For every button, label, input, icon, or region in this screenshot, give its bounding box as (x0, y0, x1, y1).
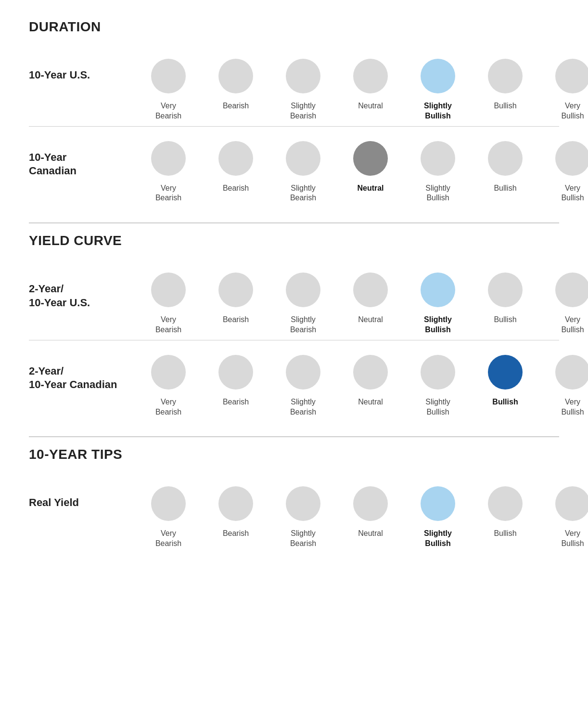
section-title-tips: 10-YEAR TIPS (29, 447, 559, 462)
circle-cell-2yr-10yr-canadian-2 (269, 355, 337, 390)
label-cell-10yr-us-6: VeryBullish (539, 101, 588, 121)
label-cell-2yr-10yr-us-5: Bullish (472, 315, 539, 335)
circle-cell-2yr-10yr-canadian-5 (472, 355, 539, 390)
label-cell-2yr-10yr-us-2: SlightlyBearish (269, 315, 337, 335)
circle-cell-10yr-us-0 (135, 59, 202, 93)
circle-cell-10yr-us-4 (404, 59, 472, 93)
circle-cell-10yr-us-3 (337, 59, 404, 93)
circle-2yr-10yr-us-1 (218, 273, 253, 307)
circle-2yr-10yr-us-6 (555, 273, 588, 307)
circles-row-2yr-10yr-us (135, 273, 588, 307)
circle-cell-2yr-10yr-canadian-1 (202, 355, 269, 390)
row-2yr-10yr-canadian: 2-Year/10-Year CanadianVeryBearishBearis… (29, 345, 559, 422)
circle-cell-real-yield-2 (269, 486, 337, 521)
circle-real-yield-6 (555, 486, 588, 521)
labels-row-2yr-10yr-us: VeryBearishBearishSlightlyBearishNeutral… (135, 315, 588, 335)
circle-2yr-10yr-us-3 (353, 273, 388, 307)
circle-10yr-canadian-0 (151, 141, 186, 176)
label-cell-10yr-canadian-4: SlightlyBullish (404, 183, 472, 204)
label-cell-2yr-10yr-canadian-0: VeryBearish (135, 397, 202, 417)
circle-cell-2yr-10yr-canadian-0 (135, 355, 202, 390)
label-cell-2yr-10yr-us-6: VeryBullish (539, 315, 588, 335)
page-container: const data = JSON.parse(document.getElem… (29, 19, 559, 554)
circle-10yr-us-0 (151, 59, 186, 93)
label-cell-10yr-us-0: VeryBearish (135, 101, 202, 121)
circle-real-yield-0 (151, 486, 186, 521)
label-cell-real-yield-5: Bullish (472, 529, 539, 549)
circle-cell-2yr-10yr-us-3 (337, 273, 404, 307)
circle-cell-real-yield-6 (539, 486, 588, 521)
row-label-real-yield: Real Yield (29, 486, 135, 510)
label-cell-real-yield-4: SlightlyBullish (404, 529, 472, 549)
row-10yr-us: 10-Year U.S.VeryBearishBearishSlightlyBe… (29, 49, 559, 127)
row-10yr-canadian: 10-YearCanadianVeryBearishBearishSlightl… (29, 131, 559, 208)
circle-10yr-canadian-6 (555, 141, 588, 176)
circle-2yr-10yr-us-2 (286, 273, 320, 307)
circle-cell-2yr-10yr-us-2 (269, 273, 337, 307)
circle-cell-2yr-10yr-canadian-6 (539, 355, 588, 390)
label-cell-10yr-canadian-5: Bullish (472, 183, 539, 204)
label-cell-10yr-canadian-6: VeryBullish (539, 183, 588, 204)
circle-10yr-canadian-2 (286, 141, 320, 176)
row-real-yield: Real YieldVeryBearishBearishSlightlyBear… (29, 477, 559, 554)
row-label-2yr-10yr-canadian: 2-Year/10-Year Canadian (29, 355, 135, 392)
circle-cell-2yr-10yr-canadian-3 (337, 355, 404, 390)
section-title-yield-curve: YIELD CURVE (29, 233, 559, 248)
circle-real-yield-4 (421, 486, 455, 521)
circle-real-yield-5 (488, 486, 523, 521)
circle-cell-2yr-10yr-us-4 (404, 273, 472, 307)
label-cell-10yr-us-1: Bearish (202, 101, 269, 121)
label-cell-2yr-10yr-canadian-3: Neutral (337, 397, 404, 417)
label-cell-10yr-us-2: SlightlyBearish (269, 101, 337, 121)
circle-cell-10yr-canadian-6 (539, 141, 588, 176)
circle-cell-10yr-us-5 (472, 59, 539, 93)
circle-2yr-10yr-canadian-3 (353, 355, 388, 390)
circle-cell-10yr-us-2 (269, 59, 337, 93)
circle-cell-2yr-10yr-canadian-4 (404, 355, 472, 390)
section-yield-curve: YIELD CURVE2-Year/10-Year U.S.VeryBearis… (29, 233, 559, 422)
circle-cell-real-yield-1 (202, 486, 269, 521)
label-cell-2yr-10yr-us-4: SlightlyBullish (404, 315, 472, 335)
row-2yr-10yr-us: 2-Year/10-Year U.S.VeryBearishBearishSli… (29, 263, 559, 340)
circle-real-yield-1 (218, 486, 253, 521)
circle-10yr-us-4 (421, 59, 455, 93)
circle-2yr-10yr-canadian-2 (286, 355, 320, 390)
label-cell-10yr-canadian-1: Bearish (202, 183, 269, 204)
circle-cell-real-yield-5 (472, 486, 539, 521)
section-duration: DURATION10-Year U.S.VeryBearishBearishSl… (29, 19, 559, 208)
section-title-duration: DURATION (29, 19, 559, 35)
circle-2yr-10yr-canadian-6 (555, 355, 588, 390)
circle-10yr-canadian-5 (488, 141, 523, 176)
circle-cell-2yr-10yr-us-0 (135, 273, 202, 307)
label-cell-2yr-10yr-canadian-5: Bullish (472, 397, 539, 417)
label-cell-2yr-10yr-canadian-1: Bearish (202, 397, 269, 417)
circle-cell-10yr-canadian-2 (269, 141, 337, 176)
label-cell-10yr-us-5: Bullish (472, 101, 539, 121)
label-cell-2yr-10yr-us-3: Neutral (337, 315, 404, 335)
circle-10yr-us-1 (218, 59, 253, 93)
circle-cell-10yr-us-6 (539, 59, 588, 93)
section-divider-0 (29, 222, 559, 223)
labels-row-real-yield: VeryBearishBearishSlightlyBearishNeutral… (135, 529, 588, 549)
circle-real-yield-3 (353, 486, 388, 521)
circle-cell-2yr-10yr-us-6 (539, 273, 588, 307)
labels-row-2yr-10yr-canadian: VeryBearishBearishSlightlyBearishNeutral… (135, 397, 588, 417)
circle-2yr-10yr-us-5 (488, 273, 523, 307)
circle-cell-10yr-canadian-1 (202, 141, 269, 176)
circle-cell-2yr-10yr-us-5 (472, 273, 539, 307)
label-cell-real-yield-3: Neutral (337, 529, 404, 549)
section-divider-1 (29, 436, 559, 437)
circle-10yr-us-6 (555, 59, 588, 93)
label-cell-real-yield-1: Bearish (202, 529, 269, 549)
label-cell-2yr-10yr-canadian-2: SlightlyBearish (269, 397, 337, 417)
labels-row-10yr-us: VeryBearishBearishSlightlyBearishNeutral… (135, 101, 588, 121)
circle-cell-10yr-canadian-4 (404, 141, 472, 176)
circles-row-10yr-us (135, 59, 588, 93)
label-cell-10yr-us-4: SlightlyBullish (404, 101, 472, 121)
circle-cell-10yr-canadian-0 (135, 141, 202, 176)
label-cell-2yr-10yr-us-1: Bearish (202, 315, 269, 335)
circle-cell-2yr-10yr-us-1 (202, 273, 269, 307)
circle-2yr-10yr-canadian-5 (488, 355, 523, 390)
label-cell-real-yield-0: VeryBearish (135, 529, 202, 549)
circle-2yr-10yr-canadian-0 (151, 355, 186, 390)
